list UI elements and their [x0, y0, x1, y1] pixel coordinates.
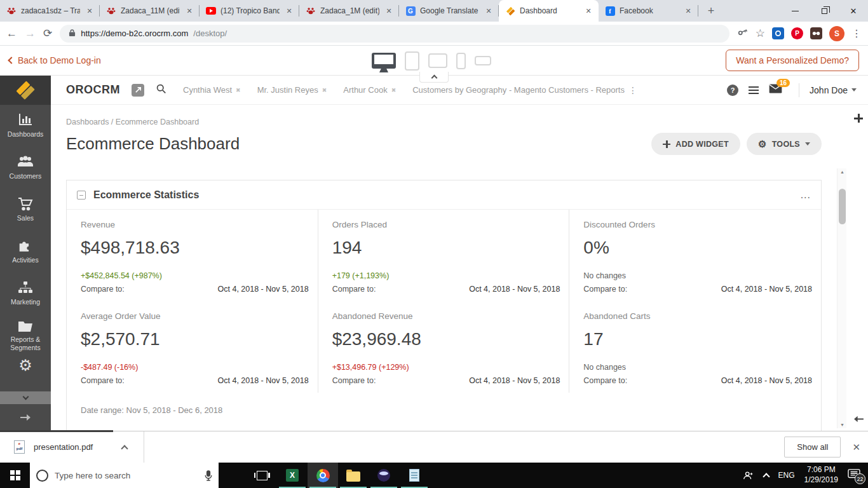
hidden-icons-chevron[interactable] [763, 473, 770, 480]
taskbar-app-notepad[interactable] [399, 463, 430, 488]
oro-logo[interactable] [0, 76, 51, 105]
compare-date-range[interactable]: Oct 4, 2018 - Nov 5, 2018 [721, 285, 812, 294]
pinned-page[interactable]: Mr. Justin Reyes✖ [257, 85, 327, 95]
pinned-page[interactable]: Cynthia West✖ [183, 85, 241, 95]
help-icon[interactable]: ? [727, 85, 738, 96]
tab-zadaca1m[interactable]: Zadaca_1M (edit) - ✕ [299, 0, 399, 22]
profile-avatar[interactable]: S [829, 26, 844, 41]
tab-close-icon[interactable]: ✕ [184, 6, 194, 16]
language-indicator[interactable]: ENG [778, 471, 795, 480]
side-panel-expand-button[interactable] [853, 414, 864, 426]
tab-close-icon[interactable]: ✕ [284, 6, 294, 16]
close-icon[interactable]: ✖ [391, 87, 397, 93]
tablet-landscape-icon[interactable] [428, 53, 447, 68]
taskbar-app-eclipse[interactable] [369, 463, 399, 488]
pin-page-icon[interactable] [132, 84, 144, 97]
tab-facebook[interactable]: f Facebook ✕ [599, 0, 698, 22]
forward-icon[interactable]: → [25, 27, 36, 40]
tablet-portrait-icon[interactable] [405, 51, 419, 71]
close-icon[interactable]: ✖ [236, 87, 241, 93]
mask-extension-icon[interactable] [810, 27, 822, 39]
add-widget-button[interactable]: ADD WIDGET [651, 133, 740, 155]
compare-date-range[interactable]: Oct 4, 2018 - Nov 5, 2018 [469, 376, 560, 385]
url-bar[interactable]: https://demo-b2c.orocrm.com/desktop/ [60, 25, 729, 43]
task-view-button[interactable] [247, 463, 277, 488]
compare-date-range[interactable]: Oct 4, 2018 - Nov 5, 2018 [218, 376, 309, 385]
downloaded-file-name[interactable]: presentation.pdf [34, 442, 93, 452]
tab-zadaca11m[interactable]: Zadaca_11M (edit) ✕ [100, 0, 200, 22]
messages-button[interactable]: 16 [769, 84, 782, 96]
puzzle-icon [18, 239, 33, 253]
menu-toggle-icon[interactable] [749, 86, 759, 94]
reload-icon[interactable]: ⟳ [43, 27, 52, 40]
chevron-up-icon[interactable] [121, 445, 128, 452]
start-button[interactable] [0, 463, 30, 488]
scroll-up-icon[interactable]: ▲ [837, 170, 847, 174]
tab-close-icon[interactable]: ✕ [85, 6, 95, 16]
back-to-demo-link[interactable]: Back to Demo Log-in [9, 55, 101, 65]
search-icon[interactable] [156, 83, 166, 97]
sidebar-item-activities[interactable]: Activities [0, 231, 51, 273]
sidebar-item-dashboards[interactable]: Dashboards [0, 105, 51, 147]
collapse-widget-icon[interactable] [77, 191, 86, 200]
tools-button[interactable]: ⚙TOOLS [747, 133, 822, 155]
sidebar-item-marketing[interactable]: Marketing [0, 273, 51, 315]
sidebar-item-sales[interactable]: Sales [0, 189, 51, 231]
browser-menu-icon[interactable]: ⋮ [851, 27, 862, 39]
pinned-page-report[interactable]: Customers by Geography - Magento Custome… [412, 85, 638, 95]
orocrm-wordmark[interactable]: OROCRM [66, 83, 120, 97]
compare-date-range[interactable]: Oct 4, 2018 - Nov 5, 2018 [218, 285, 309, 294]
scrollbar-thumb[interactable] [839, 189, 846, 224]
back-icon[interactable]: ← [6, 27, 17, 40]
sidebar-expand-button[interactable] [0, 404, 51, 431]
sidebar-item-system-gear[interactable]: ⚙ [0, 356, 51, 386]
stat-card-revenue: Revenue $498,718.63 +$452,845.54 (+987%)… [67, 210, 318, 301]
desktop-icon[interactable] [372, 53, 396, 69]
more-icon[interactable]: ⋮ [628, 85, 638, 95]
key-icon[interactable] [737, 27, 749, 41]
tab-zadaca1sdz[interactable]: zadaca1sdz – Train ✕ [0, 0, 100, 22]
compare-date-range[interactable]: Oct 4, 2018 - Nov 5, 2018 [721, 376, 812, 385]
phone-portrait-icon[interactable] [456, 53, 466, 69]
taskbar-search[interactable] [30, 463, 219, 488]
tab-close-icon[interactable]: ✕ [583, 6, 593, 16]
bookmark-star-icon[interactable]: ☆ [756, 27, 765, 40]
minimize-button[interactable] [780, 0, 810, 22]
search-input[interactable] [55, 471, 198, 480]
people-icon[interactable] [743, 471, 754, 480]
sidebar-scroll-overlay[interactable] [0, 391, 51, 404]
taskbar-app-file-explorer[interactable] [338, 463, 369, 488]
sidebar-item-reports-segments[interactable]: Reports & Segments [0, 315, 51, 356]
close-download-bar-icon[interactable]: ✕ [852, 442, 860, 453]
tab-close-icon[interactable]: ✕ [484, 6, 494, 16]
close-button[interactable]: ✕ [839, 0, 868, 22]
taskbar-app-chrome[interactable] [308, 463, 338, 488]
orocrm-header: OROCRM Cynthia West✖ Mr. Justin Reyes✖ A… [51, 76, 868, 105]
user-menu[interactable]: John Doe [810, 85, 857, 95]
tab-close-icon[interactable]: ✕ [683, 6, 693, 16]
widget-menu-icon[interactable]: ... [801, 189, 811, 201]
sidebar-item-customers[interactable]: Customers [0, 147, 51, 189]
new-tab-button[interactable]: + [702, 2, 720, 20]
tab-close-icon[interactable]: ✕ [384, 6, 394, 16]
close-icon[interactable]: ✖ [322, 87, 327, 93]
tab-tropico[interactable]: (12) Tropico Band ✕ [200, 0, 299, 22]
scroll-down-icon[interactable]: ▼ [837, 423, 847, 427]
taskbar-app-excel[interactable]: X [277, 463, 308, 488]
show-all-button[interactable]: Show all [784, 437, 841, 458]
notification-center-button[interactable]: 22 [848, 469, 862, 482]
tab-google-translate[interactable]: G Google Translate ✕ [399, 0, 499, 22]
side-panel-add-button[interactable] [854, 114, 863, 123]
extension-blue-icon[interactable] [772, 27, 784, 39]
pinterest-icon[interactable]: P [791, 27, 803, 39]
pinned-page[interactable]: Arthur Cook✖ [343, 85, 396, 95]
collapse-demo-bar-button[interactable] [419, 72, 449, 83]
microphone-icon[interactable] [205, 470, 212, 481]
restore-button[interactable] [810, 0, 839, 22]
taskbar-clock[interactable]: 7:06 PM 1/29/2019 [804, 465, 838, 485]
personalized-demo-button[interactable]: Want a Personalized Demo? [726, 50, 859, 71]
compare-date-range[interactable]: Oct 4, 2018 - Nov 5, 2018 [469, 285, 560, 294]
tab-dashboard-active[interactable]: Dashboard ✕ [499, 0, 599, 22]
phone-landscape-icon[interactable] [475, 56, 491, 65]
content-scrollbar[interactable]: ▲ ▼ [837, 168, 846, 428]
